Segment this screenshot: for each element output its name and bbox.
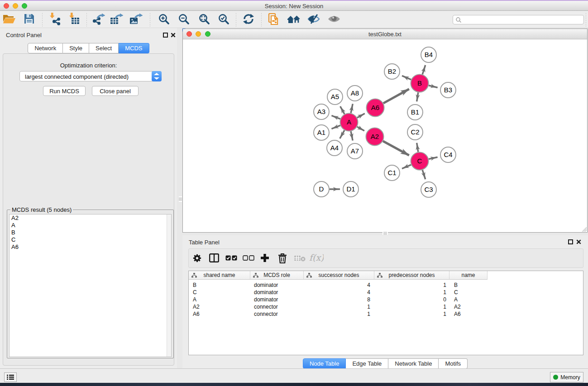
edge-B-B2[interactable] <box>402 76 411 80</box>
float-table-panel-icon[interactable] <box>568 239 573 244</box>
edge-C-C2[interactable] <box>417 143 418 152</box>
table-cell: A6 <box>193 311 200 317</box>
add-column-button[interactable] <box>258 252 272 266</box>
column-header-successor-nodes[interactable]: successor nodes <box>304 271 374 280</box>
column-header-label: predecessor nodes <box>388 272 435 278</box>
edge-A-A6[interactable] <box>357 114 365 118</box>
mcds-result-item[interactable]: B <box>10 229 171 236</box>
column-header-shared-name[interactable]: shared name <box>189 271 250 280</box>
table-cell: dominator <box>254 296 278 303</box>
tab-edge-table[interactable]: Edge Table <box>346 358 388 369</box>
hide-selected-button[interactable] <box>306 12 322 27</box>
table-row-A6[interactable]: A6connector11A6 <box>189 310 488 318</box>
tab-motifs[interactable]: Motifs <box>439 358 468 369</box>
export-image-icon <box>129 13 143 27</box>
window-resize-grip[interactable] <box>581 226 587 232</box>
edge-C-C3[interactable] <box>422 170 425 180</box>
mcds-result-item[interactable]: A6 <box>10 243 171 251</box>
edge-B-B4[interactable] <box>422 65 425 75</box>
network-view-window[interactable]: testGlobe.txt B4B2BB3A8A5A6A3B1AC2A1A2A4… <box>182 29 588 233</box>
mcds-result-list[interactable]: A2ABCA6 <box>9 214 172 357</box>
mcds-result-item[interactable]: A2 <box>10 214 171 222</box>
table-row-A2[interactable]: A2connector11A2 <box>189 303 488 310</box>
edge-A-A5[interactable] <box>340 106 344 114</box>
tab-select[interactable]: Select <box>89 43 119 53</box>
control-panel: Control Panel NetworkStyleSelectMCDS Opt… <box>0 28 177 368</box>
vertical-splitter-handle[interactable] <box>179 196 182 202</box>
zoom-fit-button[interactable] <box>196 12 211 27</box>
zoom-selected-button[interactable] <box>215 12 231 27</box>
edge-A-A2[interactable] <box>357 127 364 131</box>
table-panel-title: Table Panel <box>189 239 220 246</box>
column-header-MCDS-role[interactable]: MCDS role <box>250 271 304 280</box>
table-cell: 1 <box>443 311 446 317</box>
edge-A2-C[interactable] <box>383 141 409 155</box>
main-toolbar <box>0 11 588 28</box>
new-network-from-selection-button[interactable] <box>266 12 282 27</box>
import-table-button[interactable] <box>67 12 82 27</box>
tab-style[interactable]: Style <box>63 43 89 53</box>
export-table-button[interactable] <box>109 12 124 27</box>
network-graph-canvas[interactable]: B4B2BB3A8A5A6A3B1AC2A1A2A4A7C4CC1DD1C3 <box>183 39 587 232</box>
delete-column-button[interactable] <box>275 252 290 266</box>
edge-A-A4[interactable] <box>340 130 344 138</box>
network-window-titlebar[interactable]: testGlobe.txt <box>183 29 587 39</box>
open-file-button[interactable] <box>1 12 17 27</box>
edge-A-A3[interactable] <box>331 115 340 119</box>
close-table-panel-icon[interactable] <box>576 239 582 245</box>
horizontal-splitter-handle[interactable] <box>382 232 388 235</box>
node-label-C2: C2 <box>411 128 419 136</box>
table-row-C[interactable]: Cdominator41C <box>189 289 488 296</box>
table-cell: dominator <box>254 289 278 295</box>
edge-B-B3[interactable] <box>429 86 438 88</box>
first-neighbors-button[interactable] <box>286 12 301 27</box>
export-network-button[interactable] <box>91 12 106 27</box>
table-row-B[interactable]: Bdominator41B <box>189 281 488 289</box>
column-header-predecessor-nodes[interactable]: predecessor nodes <box>374 271 449 280</box>
edge-C-C1[interactable] <box>402 165 411 169</box>
apply-layout-button[interactable] <box>241 12 256 27</box>
edge-A-A7[interactable] <box>351 131 353 140</box>
edge-C-C4[interactable] <box>429 157 438 159</box>
zoom-out-button[interactable] <box>176 12 191 27</box>
close-panel-button[interactable]: Close panel <box>92 86 139 96</box>
zoom-in-button[interactable] <box>156 12 171 27</box>
table-cell: C <box>454 289 458 295</box>
session-titlebar[interactable]: Session: New Session <box>0 1 588 11</box>
deselect-all-checkboxes-button[interactable] <box>241 252 256 266</box>
memory-button[interactable]: Memory <box>550 372 583 382</box>
table-options-button[interactable] <box>190 252 204 266</box>
node-label-A2: A2 <box>371 133 379 140</box>
show-panels-list-button[interactable] <box>4 372 17 382</box>
show-all-button[interactable] <box>326 12 342 27</box>
table-header-row: shared name MCDS role successor nodes pr… <box>189 271 488 280</box>
tab-network[interactable]: Network <box>28 43 63 53</box>
edge-A6-B[interactable] <box>383 89 409 103</box>
tab-network-table[interactable]: Network Table <box>388 358 439 369</box>
search-field[interactable] <box>453 15 584 24</box>
column-header-name[interactable]: name <box>449 271 488 280</box>
mcds-result-item[interactable]: A <box>10 222 171 229</box>
import-network-button[interactable] <box>47 12 62 27</box>
table-row-A[interactable]: Adominator80A <box>189 296 488 303</box>
criterion-dropdown[interactable]: largest connected component (directed) <box>19 71 162 81</box>
edge-A-A1[interactable] <box>331 125 340 129</box>
export-table-icon <box>110 13 123 27</box>
tab-mcds[interactable]: MCDS <box>119 43 149 53</box>
mcds-result-item[interactable]: C <box>10 236 171 243</box>
run-mcds-button[interactable]: Run MCDS <box>43 86 86 96</box>
node-table[interactable]: shared name MCDS role successor nodes pr… <box>188 271 583 355</box>
edge-A-A8[interactable] <box>351 104 353 113</box>
tab-node-table[interactable]: Node Table <box>303 358 346 369</box>
show-columns-button[interactable] <box>207 252 221 266</box>
edge-B-B1[interactable] <box>417 92 418 101</box>
table-cell: connector <box>254 304 278 310</box>
mcds-list-scrollbar[interactable] <box>167 214 171 357</box>
float-panel-icon[interactable] <box>163 33 168 38</box>
close-panel-icon[interactable] <box>170 32 176 38</box>
save-session-button[interactable] <box>21 12 37 27</box>
column-header-label: MCDS role <box>263 272 290 278</box>
export-image-button[interactable] <box>128 12 143 27</box>
select-all-checkboxes-button[interactable] <box>224 252 239 266</box>
optimization-criterion-label: Optimization criterion: <box>3 62 174 69</box>
